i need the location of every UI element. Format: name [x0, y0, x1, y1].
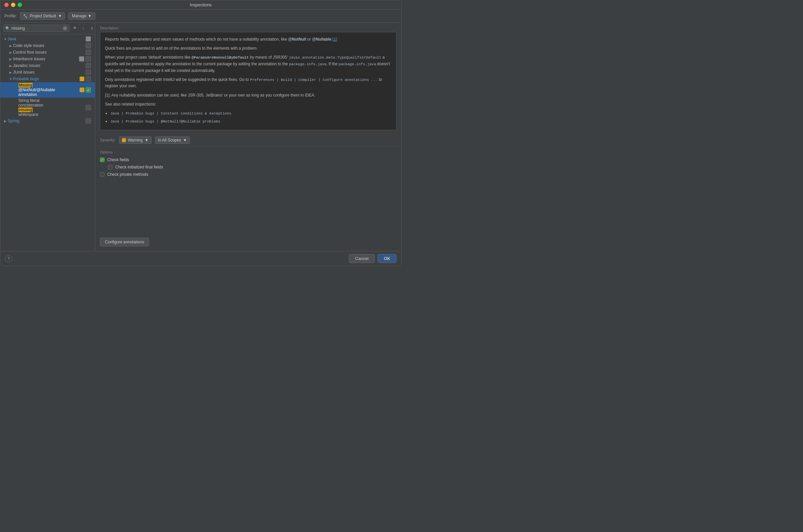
- chevron-down-icon: ▼: [145, 138, 149, 142]
- severity-dot: [122, 138, 126, 142]
- cancel-button[interactable]: Cancel: [349, 254, 375, 263]
- tree-item-control-flow[interactable]: ▶ Control flow issues: [0, 49, 95, 56]
- tree-item-javadoc[interactable]: ▶ Javadoc issues: [0, 62, 95, 69]
- window-title: Inspections: [190, 2, 212, 7]
- junit-checkbox[interactable]: [86, 70, 91, 75]
- maximize-button[interactable]: [18, 3, 22, 7]
- desc-p2: Quick fixes are presented to add on of t…: [105, 45, 391, 52]
- params-code: @ParamsAreNonnullByDefault: [191, 56, 249, 60]
- manage-label: Manage: [72, 14, 86, 18]
- prefs-code: Preferences | Build | Compiler | Configu…: [250, 78, 378, 82]
- main-container: Profile: 🔧 Project Default ▼ Manage ▼ 🔍 …: [0, 10, 401, 266]
- check-private-checkbox[interactable]: [100, 172, 105, 177]
- right-panel: Description Reports fields, parameters a…: [95, 23, 401, 251]
- java-checkbox[interactable]: [86, 36, 91, 42]
- configure-annotations-button[interactable]: Configure annotations: [100, 238, 149, 246]
- chevron-down-icon: ▼: [183, 138, 187, 142]
- related-item-2: Java | Probable bugs | @NotNull/@Nullabl…: [110, 118, 391, 125]
- string-literal-label: String literal concatenation missing whi…: [18, 98, 52, 117]
- clear-button[interactable]: ✕: [62, 26, 67, 31]
- expand-icon[interactable]: ↕: [80, 25, 87, 32]
- filter-toolbar: ⚑ ↕ ⇕ ✎ ⚙: [71, 25, 95, 32]
- check-private-label: Check private methods: [107, 172, 148, 177]
- check-private-row: Check private methods: [100, 172, 397, 177]
- description-label: Description: [100, 26, 397, 30]
- control-flow-checkbox[interactable]: [86, 50, 91, 55]
- javadoc-checkbox[interactable]: [86, 63, 91, 68]
- toolbar: Profile: 🔧 Project Default ▼ Manage ▼: [0, 10, 401, 23]
- traffic-lights: [4, 3, 22, 7]
- expand-arrow: ▼: [8, 77, 13, 81]
- expand-arrow: ▶: [8, 51, 13, 54]
- profile-label: Profile:: [4, 14, 17, 18]
- inheritance-checkbox[interactable]: [79, 56, 84, 62]
- inheritance-label: Inheritance issues: [13, 57, 46, 61]
- severity-dropdown[interactable]: Warning ▼: [119, 136, 152, 144]
- desc-p3: When your project uses 'default' annotat…: [105, 54, 391, 74]
- tree-item-missing-annotation[interactable]: Missing @NotNull/@Nullable annotation: [0, 82, 95, 97]
- action-buttons: Cancel OK: [349, 254, 397, 263]
- scope-dropdown[interactable]: In All Scopes ▼: [155, 136, 190, 144]
- not-null-code: @NotNull: [288, 37, 306, 42]
- left-panel: 🔍 ✕ ⚑ ↕ ⇕ ✎ ⚙ ▼ Java: [0, 23, 95, 251]
- tree-item-junit[interactable]: ▶ JUnit issues: [0, 69, 95, 76]
- tree-item-string-literal[interactable]: String literal concatenation missing whi…: [0, 97, 95, 117]
- probable-bugs-severity: [80, 77, 84, 81]
- expand-arrow: ▶: [8, 44, 13, 48]
- footnote-link[interactable]: [1]: [332, 37, 337, 42]
- tree-item-inheritance[interactable]: ▶ Inheritance issues: [0, 56, 95, 62]
- check-fields-checkbox[interactable]: [100, 157, 105, 162]
- content-area: 🔍 ✕ ⚑ ↕ ⇕ ✎ ⚙ ▼ Java: [0, 23, 401, 251]
- junit-label: JUnit issues: [13, 70, 49, 75]
- close-button[interactable]: [4, 3, 9, 7]
- expand-arrow: ▶: [8, 71, 13, 74]
- desc-p4: Only annotations registered with Intelli…: [105, 77, 391, 90]
- missing-annotation-label: Missing @NotNull/@Nullable annotation: [18, 83, 55, 97]
- code-style-checkbox[interactable]: [86, 43, 91, 48]
- chevron-down-icon: ▼: [88, 14, 92, 18]
- java-label: Java: [8, 37, 80, 41]
- configure-btn-wrap: Configure annotations: [95, 233, 401, 251]
- desc-p5: [1]: Any nullability annotation can be u…: [105, 92, 391, 98]
- check-fields-row: Check fields: [100, 157, 397, 162]
- package-info-code: package-info.java: [289, 62, 326, 66]
- description-section: Description Reports fields, parameters a…: [95, 23, 401, 133]
- minimize-button[interactable]: [11, 3, 15, 7]
- ok-button[interactable]: OK: [378, 254, 397, 263]
- collapse-icon[interactable]: ⇕: [88, 25, 95, 32]
- inheritance-severity-checkbox[interactable]: [86, 56, 91, 62]
- profile-icon: 🔧: [23, 14, 28, 18]
- tree-item-java[interactable]: ▼ Java: [0, 36, 95, 42]
- tree-item-probable-bugs[interactable]: ▼ Probable bugs: [0, 76, 95, 82]
- nullable-code: @Nullable: [312, 37, 331, 42]
- probable-bugs-checkbox[interactable]: [86, 76, 91, 81]
- annotation-checkbox[interactable]: [86, 87, 91, 93]
- annotation-severity: [80, 88, 84, 92]
- profile-dropdown[interactable]: 🔧 Project Default ▼: [20, 12, 65, 20]
- type-qualifier-code: javax.annotation.meta.TypeQualifierDefau…: [289, 56, 381, 60]
- tree-item-code-style[interactable]: ▶ Code style issues: [0, 42, 95, 49]
- desc-p1: Reports fields, parameters and return va…: [105, 36, 391, 43]
- expand-arrow: ▶: [3, 119, 8, 123]
- search-input[interactable]: [11, 26, 61, 31]
- javadoc-label: Javadoc issues: [13, 63, 49, 68]
- filter-icon[interactable]: ⚑: [71, 25, 78, 32]
- related-item-1: Java | Probable bugs | Constant conditio…: [110, 110, 391, 117]
- options-section: Options Check fields Check initialized f…: [95, 147, 401, 233]
- collapse-arrow: ▼: [3, 37, 8, 41]
- string-literal-checkbox[interactable]: [86, 105, 91, 110]
- help-button[interactable]: ?: [5, 255, 12, 262]
- check-initialized-checkbox[interactable]: [108, 165, 113, 169]
- code-style-label: Code style issues: [13, 43, 49, 48]
- control-flow-label: Control flow issues: [13, 50, 49, 55]
- manage-button[interactable]: Manage ▼: [68, 12, 95, 20]
- related-list: Java | Probable bugs | Constant conditio…: [110, 110, 391, 125]
- spring-checkbox[interactable]: [86, 118, 91, 124]
- profile-value: Project Default: [30, 14, 56, 18]
- title-bar: Inspections: [0, 0, 401, 10]
- tree-item-spring[interactable]: ▶ Spring: [0, 117, 95, 124]
- check-initialized-label: Check initialized final fields: [115, 165, 163, 169]
- highlight-missing: Missing: [18, 83, 33, 88]
- severity-label: Severity:: [100, 138, 116, 142]
- package-info-code2: package-info.java: [339, 62, 376, 66]
